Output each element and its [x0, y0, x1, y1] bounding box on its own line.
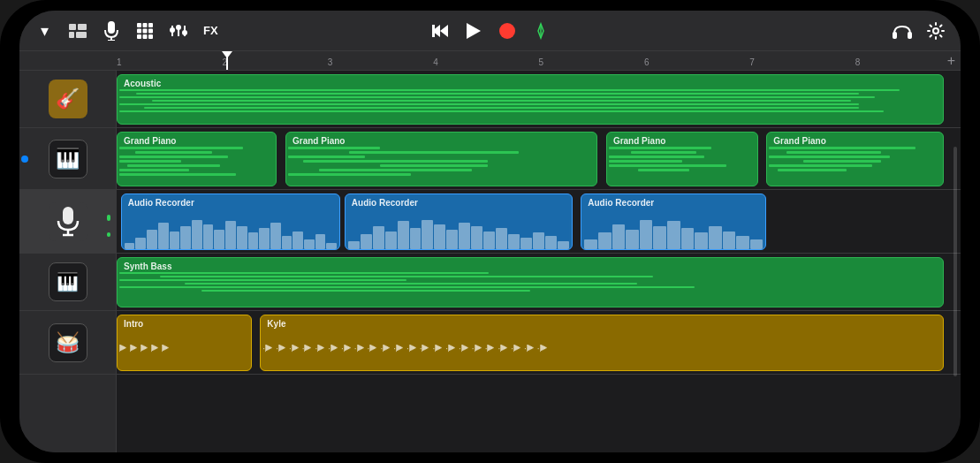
drum-wave-kyle: ·⯈·⯈ ·⯈·⯈ ·⯈·⯈ ·⯈·⯈ ·⯈·⯈ ·⯈·⯈ ·⯈·⯈ ·⯈·⯈ … — [262, 330, 941, 367]
settings-button[interactable] — [923, 19, 948, 43]
svg-point-17 — [170, 27, 175, 33]
phone-frame: ▾ — [0, 0, 980, 463]
svg-rect-2 — [69, 32, 74, 38]
clip-piano-4[interactable]: Grand Piano — [766, 132, 944, 186]
ruler-mark-8: 8 — [855, 57, 861, 67]
track-row-drums: Intro ⯈ ⯈ ⯈ ⯈ ⯈ Kyle ·⯈·⯈ ·⯈· — [117, 311, 961, 375]
svg-rect-12 — [148, 28, 153, 33]
piano-midi-1 — [119, 147, 274, 182]
screen: ▾ — [19, 11, 961, 452]
piano-icon: 🎹 — [49, 140, 87, 178]
track-content: Acoustic — [117, 71, 961, 452]
acoustic-waveform — [119, 89, 941, 120]
dropdown-button[interactable]: ▾ — [32, 19, 57, 43]
svg-point-26 — [499, 23, 515, 39]
synth-lines — [119, 272, 941, 303]
toolbar: ▾ — [19, 11, 961, 51]
ruler-mark-1: 1 — [117, 57, 122, 67]
headphone-button[interactable] — [890, 19, 915, 43]
clip-audio-2[interactable]: Audio Recorder — [345, 194, 573, 250]
ruler-mark-3: 3 — [328, 57, 333, 67]
clip-label-drums-intro: Intro — [119, 317, 148, 330]
svg-rect-4 — [108, 21, 115, 34]
mic-button[interactable] — [99, 19, 124, 43]
drum-wave-intro: ⯈ ⯈ ⯈ ⯈ ⯈ — [119, 330, 249, 367]
grid-button[interactable] — [133, 19, 157, 43]
clip-piano-1[interactable]: Grand Piano — [117, 132, 277, 186]
mixer-button[interactable] — [166, 19, 191, 43]
playhead[interactable] — [226, 51, 228, 70]
tracks-container: 🎸 🎹 — [19, 71, 961, 452]
svg-rect-0 — [69, 24, 76, 30]
clip-synth[interactable]: Synth Bass — [117, 257, 944, 307]
toolbar-center — [428, 19, 553, 43]
clip-audio-1[interactable]: Audio Recorder — [121, 194, 340, 250]
clip-label-drums-kyle: Kyle — [262, 317, 290, 330]
play-button[interactable] — [461, 19, 486, 43]
track-header-audio[interactable] — [19, 190, 116, 254]
svg-rect-30 — [908, 32, 912, 39]
track-active-dot — [21, 156, 28, 163]
guitar-icon: 🎸 — [49, 80, 87, 118]
track-header-acoustic[interactable]: 🎸 — [19, 71, 116, 128]
piano-midi-2 — [288, 147, 595, 182]
svg-rect-7 — [137, 23, 141, 27]
clip-label-audio-2: Audio Recorder — [347, 196, 422, 209]
svg-marker-22 — [440, 25, 448, 37]
ruler-mark-7: 7 — [749, 57, 755, 67]
fx-button[interactable]: FX — [200, 19, 222, 43]
svg-rect-11 — [143, 28, 148, 33]
ruler: 1 2 3 4 5 6 7 8 + — [19, 51, 961, 71]
svg-rect-8 — [143, 23, 148, 27]
track-row-acoustic: Acoustic — [117, 71, 961, 128]
svg-rect-1 — [78, 24, 87, 30]
clip-label-piano-2: Grand Piano — [288, 134, 349, 148]
ruler-mark-4: 4 — [433, 57, 438, 67]
clip-acoustic[interactable]: Acoustic — [117, 74, 944, 125]
track-headers: 🎸 🎹 — [19, 71, 117, 452]
audio-waveform-1 — [122, 216, 339, 249]
svg-point-19 — [176, 25, 181, 30]
svg-rect-32 — [63, 207, 73, 224]
track-row-audio: Audio Recorder — [117, 190, 961, 254]
clip-label-synth: Synth Bass — [119, 260, 176, 273]
track-header-synth[interactable]: 🎹 — [19, 254, 116, 311]
audio-waveform-2 — [346, 216, 572, 249]
clip-piano-3[interactable]: Grand Piano — [606, 132, 758, 186]
track-header-piano[interactable]: 🎹 — [19, 128, 116, 190]
toolbar-left: ▾ — [32, 19, 419, 43]
mic-icon — [49, 202, 87, 241]
svg-rect-14 — [143, 34, 148, 39]
clip-drums-kyle[interactable]: Kyle ·⯈·⯈ ·⯈·⯈ ·⯈·⯈ ·⯈·⯈ ·⯈·⯈ ·⯈·⯈ ·⯈·⯈ … — [260, 315, 944, 371]
clip-label-audio-1: Audio Recorder — [124, 196, 199, 209]
clip-label-acoustic: Acoustic — [119, 77, 165, 90]
vertical-scrollbar[interactable] — [953, 147, 957, 376]
audio-waveform-3 — [581, 216, 765, 249]
svg-rect-10 — [137, 28, 141, 33]
track-header-drums[interactable]: 🥁 — [19, 311, 116, 375]
svg-point-21 — [182, 30, 187, 35]
drum-icon: 🥁 — [49, 323, 87, 362]
tuner-button[interactable] — [528, 19, 553, 43]
svg-point-31 — [933, 28, 938, 34]
clip-piano-2[interactable]: Grand Piano — [285, 132, 597, 186]
svg-marker-25 — [467, 23, 481, 39]
playhead-triangle — [222, 51, 232, 58]
track-row-piano: Grand Piano Grand Piano — [117, 128, 961, 190]
clip-label-piano-4: Grand Piano — [769, 134, 830, 148]
piano-midi-4 — [769, 147, 941, 182]
ruler-mark-5: 5 — [539, 57, 544, 67]
toolbar-right — [562, 19, 949, 43]
clip-label-piano-3: Grand Piano — [609, 134, 670, 148]
rewind-button[interactable] — [428, 19, 452, 43]
svg-rect-29 — [893, 32, 897, 39]
clip-drums-intro[interactable]: Intro ⯈ ⯈ ⯈ ⯈ ⯈ — [117, 315, 252, 371]
svg-rect-3 — [76, 32, 87, 38]
record-button[interactable] — [495, 19, 520, 43]
track-view-button[interactable] — [65, 19, 90, 43]
clip-audio-3[interactable]: Audio Recorder — [581, 194, 766, 250]
svg-rect-13 — [137, 34, 141, 39]
ruler-add-button[interactable]: + — [947, 53, 955, 69]
synth-icon: 🎹 — [49, 262, 87, 301]
track-row-synth: Synth Bass — [117, 254, 961, 311]
